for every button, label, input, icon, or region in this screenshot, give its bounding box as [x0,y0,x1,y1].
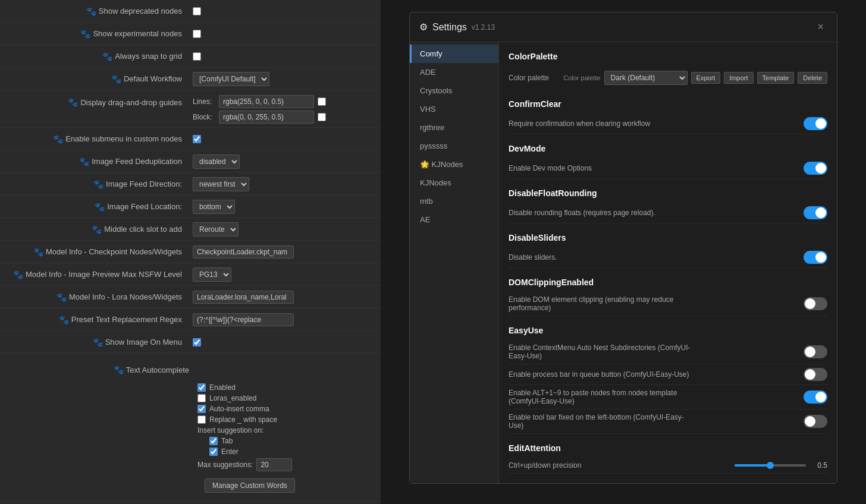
enable-submenu-row: 🐾 Enable submenu in custom nodes [0,128,381,150]
tab-vhs[interactable]: VHS [410,100,498,118]
tab-rgthree[interactable]: rgthree [410,118,498,137]
float-rounding-toggle[interactable] [804,206,827,219]
easy-use-control-2 [804,390,827,404]
preset-text-control [189,313,381,326]
enable-submenu-checkbox[interactable] [193,135,201,143]
confirm-clear-control [804,117,827,130]
model-nsfw-select[interactable]: PG13 PG [193,267,231,282]
tab-ae[interactable]: AE [410,210,498,229]
edit-attention-control: 0.5 [735,461,827,470]
drag-drop-row: 🐾 Display drag-and-drop guides Lines: Bl… [0,90,381,128]
confirm-clear-title: ConfirmClear [509,99,827,109]
preset-text-input[interactable] [193,313,294,326]
always-snap-checkbox[interactable] [193,52,201,61]
color-palette-select[interactable]: Dark (Default) Light [604,71,688,85]
lines-checkbox[interactable] [318,97,326,106]
export-button[interactable]: Export [691,72,721,84]
show-experimental-checkbox[interactable] [193,30,201,38]
easy-use-control-0 [804,345,827,358]
tab-comfy[interactable]: Comfy [410,45,498,63]
import-button[interactable]: Import [724,72,753,84]
tab-pysssss[interactable]: pysssss [410,137,498,155]
always-snap-label: 🐾 Always snap to grid [0,52,189,61]
disable-sliders-toggle[interactable] [804,251,827,264]
tab-kjnodes[interactable]: KJNodes [410,174,498,192]
show-image-menu-control [189,338,381,346]
float-rounding-item: Disable rounding floats (requires page r… [509,203,827,223]
show-deprecated-checkbox[interactable] [193,7,201,15]
easy-use-toggle-0[interactable] [804,345,827,358]
tab-checkbox[interactable] [209,437,218,445]
tab-kjnodes-icon[interactable]: 🌟 KJNodes [410,155,498,174]
default-workflow-select[interactable]: [ComfyUI Default] [193,72,269,86]
image-feed-loc-select[interactable]: bottom top [193,200,235,214]
dev-mode-toggle[interactable] [804,162,827,175]
tab-crystools[interactable]: Crystools [410,81,498,100]
loc-icon: 🐾 [95,202,105,212]
replace-underscore-row: Replace _ with space [197,415,374,424]
color-palette-row: Color palette Color palette Dark (Defaul… [509,66,827,90]
settings-content: ColorPalette Color palette Color palette… [499,42,837,483]
block-input[interactable] [219,111,314,124]
ckpt-icon: 🐾 [33,247,43,257]
lines-input[interactable] [219,95,314,108]
model-ckpt-row: 🐾 Model Info - Checkpoint Nodes/Widgets [0,241,381,263]
model-nsfw-control: PG13 PG [189,267,381,282]
max-suggestions-input[interactable] [256,458,292,471]
enter-checkbox[interactable] [209,448,218,456]
snap-icon: 🐾 [102,52,112,61]
block-checkbox[interactable] [318,113,326,121]
tab-mtb[interactable]: mtb [410,192,498,210]
auto-insert-label: Auto-insert comma [209,405,269,413]
loras-enabled-checkbox[interactable] [197,394,206,402]
middle-click-select[interactable]: Reroute None [193,222,239,237]
model-lora-row: 🐾 Model Info - Lora Nodes/Widgets [0,286,381,308]
image-feed-dedup-select[interactable]: disabled enabled [193,155,240,169]
image-feed-dir-select[interactable]: newest first oldest first [193,177,249,191]
disable-sliders-item: Disable sliders. [509,247,827,268]
dialog-close-button[interactable]: × [814,20,827,34]
default-workflow-control: [ComfyUI Default] [189,72,381,86]
show-image-menu-label: 🐾 Show Image On Menu [0,338,189,347]
show-experimental-row: 🐾 Show experimental nodes [0,23,381,45]
show-image-menu-checkbox[interactable] [193,338,201,346]
tab-ade[interactable]: ADE [410,63,498,81]
confirm-clear-toggle[interactable] [804,117,827,130]
dialog-title: ⚙ Settings v1.2.13 [419,21,495,33]
middle-click-label: 🐾 Middle click slot to add [0,225,189,234]
confirm-clear-item: Require confirmation when clearing workf… [509,114,827,134]
easy-use-toggle-3[interactable] [804,415,827,428]
enabled-row: Insert suggestion on: Enabled [197,383,374,392]
dom-clipping-control [804,297,827,310]
delete-button[interactable]: Delete [798,72,827,84]
always-snap-control [189,52,381,61]
loras-enabled-label: Loras_enabled [209,394,256,402]
show-deprecated-row: 🐾 Show deprecated nodes [0,0,381,23]
enabled-checkbox[interactable] [197,383,206,392]
enter-row: Enter [209,448,374,456]
preset-text-label: 🐾 Preset Text Replacement Regex [0,315,189,325]
lines-row: Lines: [193,95,326,108]
manage-custom-words-button[interactable]: Manage Custom Words [205,478,295,493]
easy-use-toggle-2[interactable] [804,390,827,404]
dom-clipping-toggle[interactable] [804,297,827,310]
edit-attention-label: Ctrl+up/down precision [509,461,699,470]
show-experimental-label: 🐾 Show experimental nodes [0,29,189,39]
easy-use-title: EasyUse [509,326,827,335]
dialog-body: Comfy ADE Crystools VHS rgthree pysssss … [410,42,837,483]
model-ckpt-input[interactable] [193,245,294,259]
model-lora-input[interactable] [193,291,294,304]
model-lora-label: 🐾 Model Info - Lora Nodes/Widgets [0,292,189,302]
template-button[interactable]: Template [757,72,795,84]
edit-attention-slider-fill [735,464,770,467]
easy-use-toggle-1[interactable] [804,368,827,381]
max-suggestions-row: Max suggestions: [197,458,374,471]
easy-use-item-1: Enable process bar in queue button (Comf… [509,364,827,385]
autocomplete-icon: 🐾 [114,365,124,374]
model-nsfw-label: 🐾 Model Info - Image Preview Max NSFW Le… [0,270,189,279]
default-workflow-label: 🐾 Default Workflow [0,74,189,84]
auto-insert-checkbox[interactable] [197,405,206,413]
edit-attention-slider-track[interactable] [735,464,806,467]
easy-use-item-3: Enable tool bar fixed on the left-bottom… [509,410,827,434]
replace-underscore-checkbox[interactable] [197,415,206,424]
